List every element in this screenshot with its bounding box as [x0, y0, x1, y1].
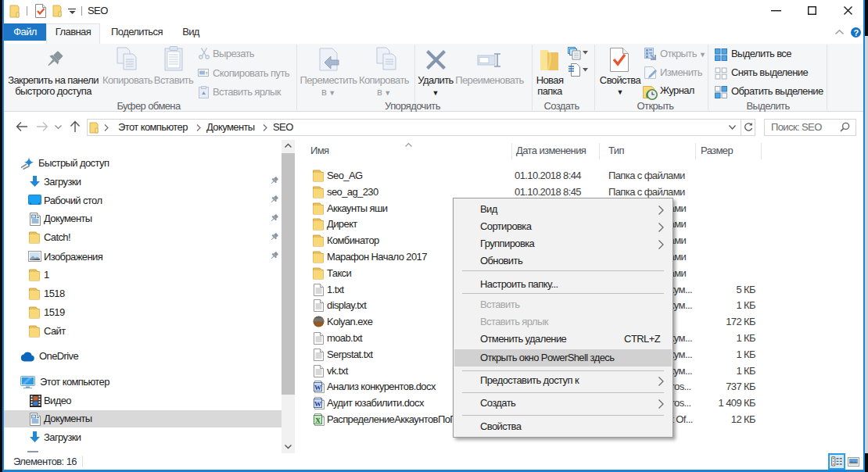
svg-text:W: W: [314, 400, 321, 408]
svg-text:W: W: [314, 384, 321, 392]
svg-text:X: X: [315, 417, 321, 424]
